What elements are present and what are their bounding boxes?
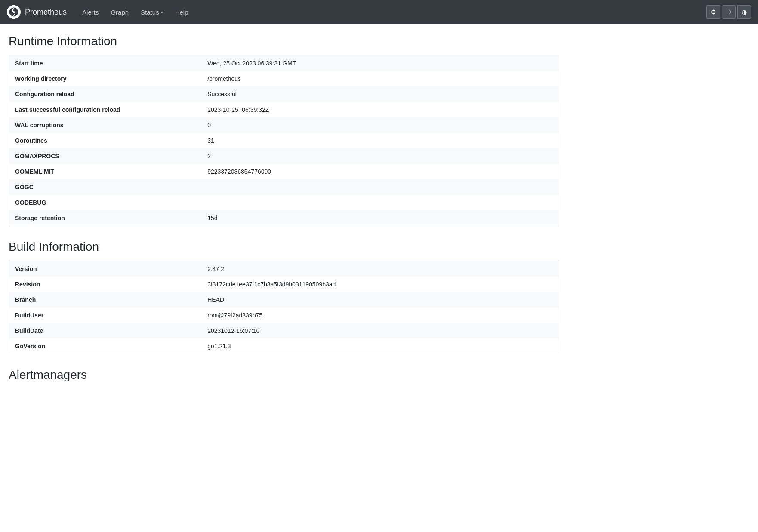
table-row: Version 2.47.2 [9,261,559,277]
row-label: BuildUser [9,308,202,323]
row-label: Start time [9,55,202,71]
navbar: Prometheus Alerts Graph Status ▾ Help ⚙ … [0,0,758,24]
nav-help[interactable]: Help [170,5,194,19]
row-value: 0 [201,117,559,133]
svg-point-1 [13,11,15,13]
row-label: Goroutines [9,133,202,148]
table-row: Start time Wed, 25 Oct 2023 06:39:31 GMT [9,55,559,71]
row-label: GOMAXPROCS [9,148,202,164]
table-row: BuildDate 20231012-16:07:10 [9,323,559,338]
brand-logo [7,5,21,19]
row-value: /prometheus [201,71,559,86]
settings-button[interactable]: ⚙ [706,5,720,19]
row-label: GoVersion [9,338,202,354]
row-value: 2 [201,148,559,164]
dark-mode-button[interactable]: ☽ [722,5,736,19]
table-row: Goroutines 31 [9,133,559,148]
row-label: WAL corruptions [9,117,202,133]
row-label: GODEBUG [9,195,202,210]
runtime-table: Start time Wed, 25 Oct 2023 06:39:31 GMT… [9,55,559,226]
row-label: GOGC [9,179,202,195]
row-value: 2.47.2 [201,261,559,277]
row-label: Working directory [9,71,202,86]
row-label: BuildDate [9,323,202,338]
table-row: GOMAXPROCS 2 [9,148,559,164]
table-row: Last successful configuration reload 202… [9,102,559,117]
table-row: GOMEMLIMIT 9223372036854776000 [9,164,559,179]
status-dropdown-arrow: ▾ [161,10,163,15]
row-label: GOMEMLIMIT [9,164,202,179]
row-value [201,179,559,195]
row-value: Successful [201,86,559,102]
main-content: Runtime Information Start time Wed, 25 O… [0,24,568,399]
table-row: WAL corruptions 0 [9,117,559,133]
table-row: BuildUser root@79f2ad339b75 [9,308,559,323]
row-label: Configuration reload [9,86,202,102]
build-table: Version 2.47.2 Revision 3f3172cde1ee37f1… [9,261,559,354]
row-label: Version [9,261,202,277]
nav-alerts[interactable]: Alerts [77,5,104,19]
table-row: Configuration reload Successful [9,86,559,102]
table-row: Working directory /prometheus [9,71,559,86]
nav-status-label: Status [141,9,159,16]
brand-name: Prometheus [25,8,67,17]
table-row: GoVersion go1.21.3 [9,338,559,354]
row-value: 3f3172cde1ee37f1c7b3a5f3d9b031190509b3ad [201,277,559,292]
alertmanagers-section-title: Alertmanagers [9,368,559,382]
main-nav: Alerts Graph Status ▾ Help [77,5,696,19]
row-value: 15d [201,210,559,226]
nav-status-dropdown[interactable]: Status ▾ [136,5,168,19]
table-row: Storage retention 15d [9,210,559,226]
row-value: 31 [201,133,559,148]
contrast-mode-button[interactable]: ◑ [737,5,751,19]
row-value: HEAD [201,292,559,308]
row-label: Branch [9,292,202,308]
row-label: Last successful configuration reload [9,102,202,117]
row-value: 20231012-16:07:10 [201,323,559,338]
row-label: Revision [9,277,202,292]
runtime-section-title: Runtime Information [9,34,559,48]
theme-controls: ⚙ ☽ ◑ [706,5,751,19]
brand-link[interactable]: Prometheus [7,5,67,19]
row-value: 2023-10-25T06:39:32Z [201,102,559,117]
row-value: 9223372036854776000 [201,164,559,179]
row-value: Wed, 25 Oct 2023 06:39:31 GMT [201,55,559,71]
table-row: GOGC [9,179,559,195]
table-row: Branch HEAD [9,292,559,308]
nav-graph[interactable]: Graph [105,5,134,19]
table-row: GODEBUG [9,195,559,210]
row-value: root@79f2ad339b75 [201,308,559,323]
row-value [201,195,559,210]
table-row: Revision 3f3172cde1ee37f1c7b3a5f3d9b0311… [9,277,559,292]
row-value: go1.21.3 [201,338,559,354]
row-label: Storage retention [9,210,202,226]
build-section-title: Build Information [9,240,559,254]
